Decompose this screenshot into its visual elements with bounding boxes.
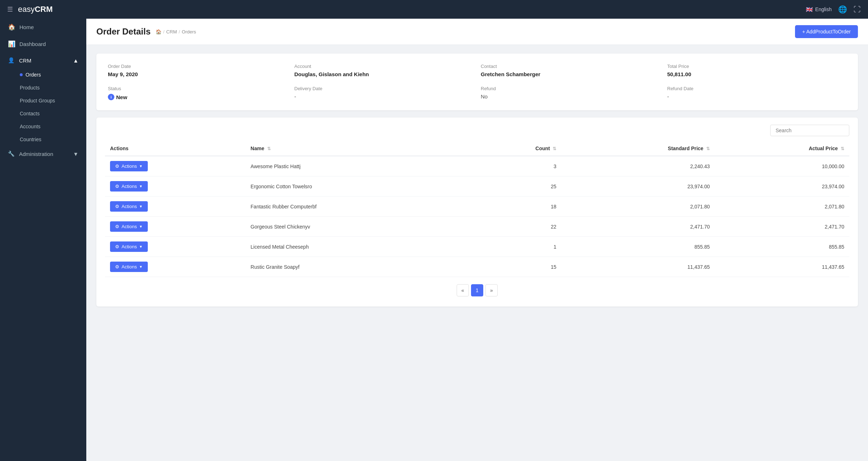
name-sort-icon[interactable]: ⇅ (267, 146, 271, 151)
breadcrumb-sep-2: / (179, 29, 180, 34)
table-row: ⚙ Actions ▼ Ergonomic Cotton Towelsro 25… (105, 176, 849, 197)
crm-icon: 👤 (8, 57, 15, 64)
count-cell-0: 3 (470, 156, 562, 176)
order-date-value: May 9, 2020 (108, 71, 287, 77)
actual-price-cell-3: 2,471.70 (715, 217, 849, 237)
products-label: Products (20, 85, 40, 91)
orders-dot (20, 73, 23, 76)
crm-section-left: 👤 CRM (8, 57, 31, 64)
orders-label: Orders (26, 72, 41, 78)
pagination-page-1[interactable]: 1 (471, 284, 483, 296)
breadcrumb-home-icon[interactable]: 🏠 (156, 29, 161, 34)
delivery-date-field: Delivery Date - (294, 86, 474, 100)
total-price-label: Total Price (667, 64, 847, 69)
caret-icon-5: ▼ (139, 265, 143, 269)
page-title: Order Details (96, 27, 151, 37)
actions-button-1[interactable]: ⚙ Actions ▼ (110, 181, 148, 192)
refund-date-value: - (667, 93, 847, 100)
menu-icon[interactable]: ☰ (7, 5, 13, 13)
contacts-label: Contacts (20, 111, 40, 116)
table-header-row: Actions Name ⇅ Count ⇅ Standard Price ⇅ … (105, 141, 849, 156)
gear-icon-0: ⚙ (115, 163, 119, 169)
name-cell-4: Licensed Metal Cheeseph (246, 237, 470, 257)
actions-label-4: Actions (122, 244, 137, 249)
main-content: Order Details 🏠 / CRM / Orders + AddProd… (86, 19, 868, 461)
order-info-card: Order Date May 9, 2020 Account Douglas, … (96, 54, 858, 110)
page-header: Order Details 🏠 / CRM / Orders + AddProd… (86, 19, 868, 45)
standard-price-cell-3: 2,471.70 (561, 217, 715, 237)
add-product-to-order-button[interactable]: + AddProductToOrder (795, 25, 858, 38)
standard-price-cell-2: 2,071.80 (561, 197, 715, 217)
count-sort-icon[interactable]: ⇅ (553, 146, 556, 151)
actions-button-2[interactable]: ⚙ Actions ▼ (110, 201, 148, 212)
actions-label-0: Actions (122, 163, 137, 169)
products-table-card: Actions Name ⇅ Count ⇅ Standard Price ⇅ … (96, 117, 858, 306)
actions-label-3: Actions (122, 224, 137, 229)
countries-label: Countries (20, 137, 41, 142)
order-info-row-2: Status i New Delivery Date - Refund No (108, 86, 846, 100)
dashboard-icon: 📊 (8, 40, 15, 48)
table-row: ⚙ Actions ▼ Fantastic Rubber Computerbf … (105, 197, 849, 217)
language-selector[interactable]: 🇬🇧 English (806, 6, 832, 13)
status-field: Status i New (108, 86, 287, 100)
col-standard-price: Standard Price ⇅ (561, 141, 715, 156)
actions-button-5[interactable]: ⚙ Actions ▼ (110, 262, 148, 272)
status-info-icon: i (108, 94, 114, 100)
refund-field: Refund No (481, 86, 660, 100)
order-info-row-1: Order Date May 9, 2020 Account Douglas, … (108, 64, 846, 77)
actions-cell-5: ⚙ Actions ▼ (105, 257, 246, 277)
breadcrumb-orders[interactable]: Orders (182, 29, 196, 34)
actions-button-4[interactable]: ⚙ Actions ▼ (110, 241, 148, 252)
topbar-left: ☰ easyCRM (7, 5, 53, 14)
table-row: ⚙ Actions ▼ Rustic Granite Soapyf 15 11,… (105, 257, 849, 277)
app-logo: easyCRM (18, 5, 53, 14)
sidebar-crm-section[interactable]: 👤 CRM ▲ (0, 52, 86, 68)
pagination-next[interactable]: » (485, 284, 498, 296)
status-label: Status (108, 86, 287, 91)
sidebar-item-product-groups[interactable]: Product Groups (0, 94, 86, 107)
col-name: Name ⇅ (246, 141, 470, 156)
refund-label: Refund (481, 86, 660, 91)
table-row: ⚙ Actions ▼ Gorgeous Steel Chickenyv 22 … (105, 217, 849, 237)
sidebar-crm-label: CRM (19, 57, 31, 64)
caret-icon-1: ▼ (139, 184, 143, 188)
actual-price-sort-icon[interactable]: ⇅ (841, 146, 844, 151)
standard-price-cell-1: 23,974.00 (561, 176, 715, 197)
actions-label-5: Actions (122, 264, 137, 269)
search-input[interactable] (770, 125, 849, 136)
count-cell-3: 22 (470, 217, 562, 237)
content-area: Order Date May 9, 2020 Account Douglas, … (86, 45, 868, 315)
sidebar-item-home[interactable]: 🏠 Home (0, 19, 86, 36)
actions-button-3[interactable]: ⚙ Actions ▼ (110, 221, 148, 232)
globe-icon[interactable]: 🌐 (838, 5, 847, 14)
actual-price-cell-4: 855.85 (715, 237, 849, 257)
actual-price-cell-5: 11,437.65 (715, 257, 849, 277)
standard-price-sort-icon[interactable]: ⇅ (706, 146, 710, 151)
sidebar-item-countries[interactable]: Countries (0, 133, 86, 146)
sidebar-item-accounts[interactable]: Accounts (0, 120, 86, 133)
name-cell-5: Rustic Granite Soapyf (246, 257, 470, 277)
actual-price-cell-0: 10,000.00 (715, 156, 849, 176)
name-cell-2: Fantastic Rubber Computerbf (246, 197, 470, 217)
pagination-prev[interactable]: « (457, 284, 469, 296)
refund-date-label: Refund Date (667, 86, 847, 91)
topbar-right: 🇬🇧 English 🌐 ⛶ (806, 5, 861, 14)
account-value: Douglas, Gislason and Kiehn (294, 71, 474, 77)
actions-button-0[interactable]: ⚙ Actions ▼ (110, 161, 148, 171)
breadcrumb-crm[interactable]: CRM (166, 29, 177, 34)
sidebar: 🏠 Home 📊 Dashboard 👤 CRM ▲ (0, 19, 86, 461)
col-count: Count ⇅ (470, 141, 562, 156)
sidebar-item-products[interactable]: Products (0, 81, 86, 94)
sidebar-administration-section[interactable]: 🔧 Administration ▼ (0, 146, 86, 162)
refund-value: No (481, 93, 660, 100)
sidebar-item-contacts[interactable]: Contacts (0, 107, 86, 120)
breadcrumb-sep-1: / (163, 29, 165, 34)
total-price-field: Total Price 50,811.00 (667, 64, 847, 77)
expand-icon[interactable]: ⛶ (854, 5, 861, 14)
standard-price-cell-5: 11,437.65 (561, 257, 715, 277)
sidebar-item-orders[interactable]: Orders (0, 68, 86, 81)
standard-price-cell-0: 2,240.43 (561, 156, 715, 176)
sidebar-item-dashboard[interactable]: 📊 Dashboard (0, 36, 86, 52)
status-value: New (116, 94, 127, 100)
contact-label: Contact (481, 64, 660, 69)
